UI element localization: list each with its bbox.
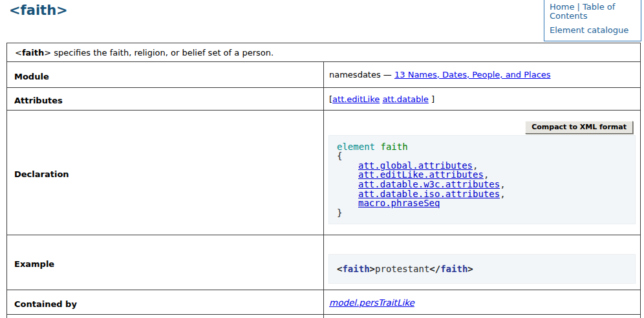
contained-by-link-model-perstraitlike[interactable]: model.persTraitLike (329, 297, 414, 308)
module-label: Module (7, 62, 324, 88)
compact-to-xml-button[interactable]: Compact to XML format (525, 121, 633, 134)
example-row: Example <faith>protestant</faith> (7, 235, 641, 290)
declaration-toolbar: Compact to XML format (328, 121, 633, 134)
description-text: specifies the faith, religion, or belief… (54, 48, 274, 58)
example-close-gt: > (467, 264, 473, 274)
code-line-link: att.datable.iso.attributes, (337, 189, 627, 199)
code-open-brace: { (337, 151, 627, 161)
description-gt: > (44, 48, 51, 58)
attributes-row: Attributes [att.editLike att.datable ] (7, 88, 641, 111)
module-chapter-link[interactable]: 13 Names, Dates, People, and Places (394, 70, 551, 80)
declaration-code-block: element faith { att.global.attributes, a… (328, 135, 636, 225)
code-keyword: element (337, 142, 375, 152)
element-reference-page: <faith> Home | Table of Contents Element… (0, 0, 644, 318)
code-line-link: att.editLike.attributes, (337, 170, 627, 180)
code-line-link: att.global.attributes, (337, 161, 627, 171)
module-name: namesdates — (329, 70, 392, 80)
nav-separator: | (577, 2, 580, 12)
example-label: Example (7, 235, 324, 290)
code-line-link: macro.phraseSeq (337, 198, 627, 208)
code-suffix: , (500, 189, 505, 199)
nav-box: Home | Table of Contents Element catalog… (544, 0, 641, 41)
code-link-att-datable-w3c-attributes[interactable]: att.datable.w3c.attributes (358, 179, 500, 189)
code-link-att-editlike-attributes[interactable]: att.editLike.attributes (358, 169, 484, 180)
description-cell: <faith> specifies the faith, religion, o… (7, 43, 641, 62)
declaration-cell: Compact to XML format element faith { at… (324, 111, 641, 235)
cropped-row-label (7, 315, 324, 318)
example-cell: <faith>protestant</faith> (324, 235, 641, 290)
attribute-class-link-editlike[interactable]: att.editLike (332, 94, 380, 104)
code-line-element: element faith (337, 142, 627, 152)
attributes-close-bracket: ] (431, 94, 435, 104)
example-open-gt: > (370, 264, 375, 274)
attributes-cell: [att.editLike att.datable ] (324, 88, 641, 111)
code-link-macro-phraseseq[interactable]: macro.phraseSeq (358, 198, 440, 208)
declaration-row: Declaration Compact to XML format elemen… (7, 111, 641, 235)
nav-element-catalogue-link[interactable]: Element catalogue (550, 25, 628, 35)
module-row: Module namesdates — 13 Names, Dates, Peo… (7, 62, 641, 88)
example-close-tag-name: faith (440, 264, 467, 274)
module-cell: namesdates — 13 Names, Dates, People, an… (324, 62, 641, 88)
code-suffix: , (484, 169, 489, 180)
declaration-label: Declaration (7, 111, 324, 235)
contained-by-row: Contained by model.persTraitLike (7, 290, 641, 315)
nav-line-1: Home | Table of Contents (550, 3, 636, 21)
code-suffix: , (473, 160, 478, 171)
example-code-block: <faith>protestant</faith> (328, 254, 636, 284)
cropped-row (7, 315, 641, 318)
code-element-name: faith (380, 142, 407, 152)
code-link-att-datable-iso-attributes[interactable]: att.datable.iso.attributes (358, 189, 500, 199)
description-lt: < (15, 48, 22, 58)
nav-line-2: Element catalogue (550, 26, 636, 35)
contained-by-cell: model.persTraitLike (324, 290, 641, 315)
description-tag: faith (22, 48, 44, 58)
code-suffix: , (500, 179, 505, 189)
cropped-row-cell (324, 315, 641, 318)
nav-home-link[interactable]: Home (550, 2, 574, 12)
code-line-link: att.datable.w3c.attributes, (337, 180, 627, 189)
code-close-brace: } (337, 208, 627, 218)
contained-by-label: Contained by (7, 290, 324, 315)
description-row: <faith> specifies the faith, religion, o… (7, 43, 641, 62)
attribute-class-link-datable[interactable]: att.datable (382, 94, 428, 104)
example-open-tag-name: faith (342, 264, 369, 274)
attributes-label: Attributes (7, 88, 324, 111)
example-content: protestant (375, 264, 429, 274)
code-link-att-global-attributes[interactable]: att.global.attributes (358, 160, 473, 171)
example-close-lt: </ (429, 264, 440, 274)
element-spec-table: <faith> specifies the faith, religion, o… (6, 43, 641, 318)
